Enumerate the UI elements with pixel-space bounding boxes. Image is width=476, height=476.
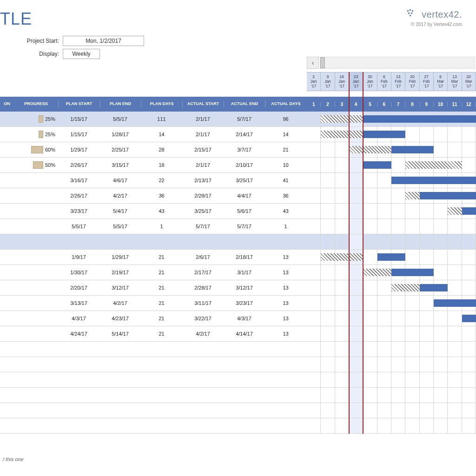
timeline-scrollbar[interactable] [320, 57, 475, 69]
week-col: 8 [405, 102, 419, 107]
cell: 25% [14, 131, 58, 138]
table-row[interactable]: 4/3/174/23/17213/22/174/3/1713 [0, 311, 476, 326]
vertex-icon [406, 9, 418, 19]
actual-bar [462, 315, 476, 322]
progress-bar [31, 146, 43, 153]
actual-bar [391, 177, 476, 184]
cell: 3/12/17 [99, 285, 141, 291]
cell: 2/1/17 [182, 116, 224, 122]
plan-bar [321, 253, 363, 261]
cell: 3/22/17 [182, 316, 224, 321]
date-col: 13Mar'17 [448, 73, 462, 91]
cell: 2/1/17 [182, 132, 224, 137]
week-col: 4 [349, 102, 363, 107]
cell: 2/19/17 [99, 270, 141, 275]
project-start-label: Project Start: [14, 38, 63, 44]
cell: 13 [265, 285, 306, 291]
cell: 5/5/17 [99, 116, 141, 122]
table-row[interactable]: 3/13/174/2/17213/11/173/23/1713 [0, 296, 476, 311]
cell: 36 [265, 193, 306, 198]
cell: 5/5/17 [99, 224, 141, 229]
table-row[interactable]: 2/26/174/2/17362/28/174/4/1736 [0, 188, 476, 204]
cell: 2/25/17 [99, 147, 141, 152]
cell: 41 [265, 178, 306, 183]
gantt-area [307, 234, 476, 249]
gantt-area [307, 265, 476, 280]
cell: 2/1/17 [182, 162, 224, 168]
today-line [349, 72, 350, 434]
cell: 5/14/17 [99, 331, 141, 337]
table-row[interactable] [0, 388, 476, 403]
cell: 21 [141, 300, 182, 306]
actual-bar [434, 299, 476, 307]
week-col: 6 [377, 102, 391, 107]
progress-bar [39, 115, 43, 123]
cell: 3/11/17 [182, 300, 224, 306]
progress-value: 25% [45, 132, 55, 137]
gantt-area [307, 372, 476, 387]
cell: 25% [14, 115, 58, 123]
table-row[interactable] [0, 418, 476, 434]
cell: 1/29/17 [58, 147, 99, 152]
col-actual-start: ACTUAL START [182, 101, 224, 107]
table-row[interactable]: 50%2/26/173/15/17182/1/172/10/1710 [0, 158, 476, 173]
scroll-back-button[interactable]: ‹ [307, 57, 319, 69]
table-row[interactable]: 60%1/29/172/25/17282/15/173/7/1721 [0, 142, 476, 158]
cell: 2/6/17 [182, 254, 224, 260]
gantt-area [307, 188, 476, 203]
gantt-area [307, 357, 476, 372]
cell: 3/16/17 [58, 178, 99, 183]
cell: 2/28/17 [182, 285, 224, 291]
cell: 2/26/17 [58, 193, 99, 198]
table-row[interactable]: 3/23/175/4/17433/25/175/6/1743 [0, 204, 476, 219]
cell: 5/5/17 [58, 224, 99, 229]
col-plan-end: PLAN END [99, 101, 141, 107]
footer-note: / this one [3, 456, 24, 462]
actual-bar [377, 253, 406, 261]
week-col: 12 [462, 102, 476, 107]
cell: 50% [14, 161, 58, 169]
table-row[interactable] [0, 357, 476, 372]
project-start-input[interactable]: Mon, 1/2/2017 [63, 36, 144, 46]
progress-bar [39, 131, 43, 138]
cell: 22 [141, 178, 182, 183]
page-title: TLE [0, 9, 32, 29]
cell: 18 [141, 162, 182, 168]
table-row[interactable]: 4/24/175/14/17214/2/174/14/1713 [0, 326, 476, 342]
cell: 2/13/17 [182, 178, 224, 183]
date-col: 16Jan'17 [335, 73, 349, 91]
actual-bar [363, 115, 476, 123]
cell: 4/23/17 [99, 316, 141, 321]
cell: 3/12/17 [224, 285, 265, 291]
table-row[interactable] [0, 403, 476, 418]
table-row[interactable]: 25%1/15/171/28/17142/1/172/14/1714 [0, 127, 476, 142]
col-plan-start: PLAN START [58, 101, 99, 107]
date-col: 27Feb'17 [420, 73, 434, 91]
table-row[interactable]: 5/5/175/5/1715/7/175/7/171 [0, 219, 476, 234]
cell: 13 [265, 316, 306, 321]
table-row[interactable]: 25%1/15/175/5/171112/1/175/7/1796 [0, 112, 476, 127]
progress-value: 25% [45, 116, 55, 122]
cell: 21 [141, 270, 182, 275]
table-row[interactable]: 1/9/171/29/17212/6/172/18/1713 [0, 250, 476, 265]
cell: 5/7/17 [224, 116, 265, 122]
display-select[interactable]: Weekly [63, 49, 100, 59]
gantt-area [307, 204, 476, 218]
table-row[interactable] [0, 342, 476, 357]
cell: 1/30/17 [58, 270, 99, 275]
cell: 4/3/17 [58, 316, 99, 321]
table-row[interactable]: 2/20/173/12/17212/28/173/12/1713 [0, 280, 476, 296]
table-row[interactable]: 3/16/174/6/17222/13/173/25/1741 [0, 173, 476, 188]
date-col: 9Jan'17 [321, 73, 335, 91]
cell: 96 [265, 116, 306, 122]
cell: 2/28/17 [182, 193, 224, 198]
scrollbar-thumb[interactable] [320, 57, 325, 68]
week-col: 5 [363, 102, 377, 107]
table-row[interactable]: 1/30/172/19/17212/17/173/1/1713 [0, 265, 476, 280]
gantt-area [307, 418, 476, 433]
actual-bar [363, 161, 391, 169]
table-row[interactable] [0, 372, 476, 388]
cell: 21 [141, 316, 182, 321]
table-row[interactable] [0, 234, 476, 250]
svg-rect-3 [408, 13, 410, 14]
